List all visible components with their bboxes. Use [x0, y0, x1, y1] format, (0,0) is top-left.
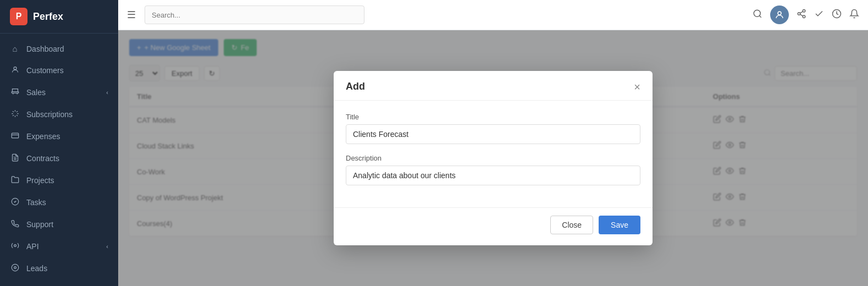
- bell-icon[interactable]: [849, 9, 859, 21]
- search-icon[interactable]: [753, 9, 762, 21]
- logo-icon: P: [10, 8, 27, 25]
- chevron-right-icon-api: ‹: [106, 243, 108, 250]
- check-icon[interactable]: [814, 9, 824, 21]
- modal-header: Add ×: [334, 71, 653, 101]
- svg-rect-1: [12, 92, 19, 94]
- svg-point-13: [798, 12, 800, 15]
- sidebar-item-label: Sales: [26, 88, 46, 97]
- sidebar-item-api[interactable]: API ‹: [0, 235, 118, 257]
- sidebar-item-label: Leads: [26, 264, 47, 273]
- sidebar-item-label: Tasks: [26, 198, 46, 207]
- sidebar-item-projects[interactable]: Projects: [0, 169, 118, 191]
- svg-point-6: [14, 245, 16, 247]
- projects-icon: [10, 175, 20, 185]
- sidebar-item-contracts[interactable]: Contracts: [0, 147, 118, 169]
- sidebar-item-customers[interactable]: Customers: [0, 59, 118, 81]
- tasks-icon: [10, 197, 20, 207]
- sidebar-item-sales[interactable]: Sales ‹: [0, 81, 118, 103]
- sidebar-item-label: Contracts: [26, 154, 59, 163]
- svg-line-10: [759, 15, 761, 17]
- sidebar-item-expenses[interactable]: Expenses: [0, 125, 118, 147]
- svg-point-8: [14, 267, 16, 269]
- sidebar-item-subscriptions[interactable]: Subscriptions: [0, 103, 118, 125]
- sidebar-item-leads[interactable]: Leads: [0, 257, 118, 279]
- clock-icon[interactable]: [832, 9, 842, 21]
- user-avatar[interactable]: [770, 6, 789, 24]
- topbar-search-input[interactable]: [145, 6, 364, 24]
- sidebar-nav: ⌂ Dashboard Customers Sales ‹ S: [0, 34, 118, 286]
- title-input[interactable]: [346, 124, 640, 144]
- sidebar-item-label: Projects: [26, 176, 54, 185]
- sidebar-item-label: Customers: [26, 66, 64, 75]
- subscriptions-icon: [10, 109, 20, 119]
- sidebar-item-label: Expenses: [26, 132, 60, 141]
- sales-icon: [10, 87, 20, 97]
- svg-point-0: [14, 67, 16, 70]
- sidebar-item-label: Dashboard: [26, 45, 64, 53]
- page-wrapper: + + New Google Sheet ↻ Fe 25 50 100 Expo…: [118, 30, 868, 286]
- svg-point-7: [12, 264, 19, 271]
- sidebar-item-support[interactable]: Support: [0, 213, 118, 235]
- description-form-group: Description: [346, 154, 640, 185]
- customers-icon: [10, 65, 20, 75]
- svg-line-16: [800, 11, 803, 13]
- svg-rect-2: [12, 133, 19, 138]
- sidebar-logo: P Perfex: [0, 0, 118, 34]
- description-label: Description: [346, 154, 640, 162]
- modal-close-button[interactable]: ×: [634, 81, 640, 92]
- svg-line-15: [800, 14, 803, 16]
- main-content: ☰: [118, 0, 868, 286]
- topbar: ☰: [118, 0, 868, 30]
- title-form-group: Title: [346, 113, 640, 144]
- leads-icon: [10, 263, 20, 273]
- modal-footer: Close Save: [334, 216, 653, 245]
- modal-title: Add: [346, 81, 365, 92]
- logo-text: Perfex: [33, 11, 63, 23]
- sidebar-item-dashboard[interactable]: ⌂ Dashboard: [0, 38, 118, 59]
- sidebar-item-tasks[interactable]: Tasks: [0, 191, 118, 213]
- expenses-icon: [10, 131, 20, 141]
- svg-point-12: [803, 9, 805, 12]
- dashboard-icon: ⌂: [10, 44, 20, 53]
- menu-icon[interactable]: ☰: [127, 9, 136, 21]
- svg-point-9: [754, 10, 760, 16]
- add-modal: Add × Title Description: [334, 71, 653, 245]
- sidebar-item-label: Support: [26, 220, 53, 229]
- chevron-right-icon: ‹: [106, 89, 108, 96]
- title-label: Title: [346, 113, 640, 121]
- sidebar-item-label: Subscriptions: [26, 110, 73, 119]
- api-icon: [10, 241, 20, 251]
- share-icon[interactable]: [797, 9, 806, 21]
- contracts-icon: [10, 153, 20, 163]
- topbar-icons: [753, 6, 859, 24]
- modal-overlay: Add × Title Description: [118, 30, 868, 286]
- save-button[interactable]: Save: [599, 216, 640, 234]
- sidebar-item-label: API: [26, 242, 39, 251]
- svg-point-11: [778, 12, 781, 15]
- svg-point-14: [803, 15, 805, 18]
- close-button[interactable]: Close: [550, 216, 593, 234]
- description-input[interactable]: [346, 166, 640, 185]
- support-icon: [10, 219, 20, 229]
- sidebar: P Perfex ⌂ Dashboard Customers Sales ‹: [0, 0, 118, 286]
- modal-body: Title Description: [334, 101, 653, 207]
- modal-divider: [334, 207, 653, 208]
